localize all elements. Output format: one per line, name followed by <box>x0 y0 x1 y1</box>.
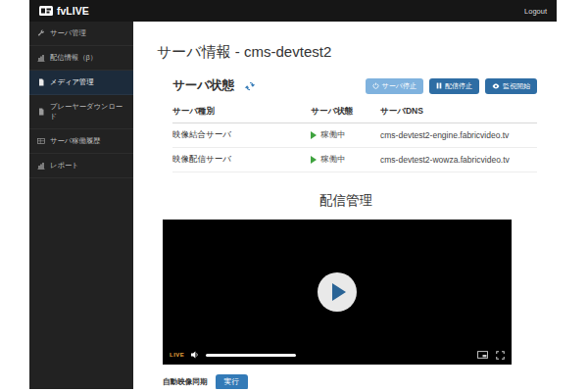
play-icon <box>332 283 346 301</box>
refresh-icon <box>244 80 256 92</box>
brand-name: fvLIVE <box>57 5 89 17</box>
play-button[interactable] <box>318 272 357 312</box>
logout-link[interactable]: Logout <box>524 7 547 16</box>
server-status-table: サーバ種別 サーバ状態 サーバDNS 映像結合サーバ 稼働中 <box>172 102 537 172</box>
server-status-section: サーバ状態 サーバ停止 <box>172 77 537 172</box>
sidebar-item-player-download[interactable]: プレーヤーダウンロード <box>29 95 133 129</box>
volume-slider[interactable] <box>206 354 296 357</box>
button-label: 配信停止 <box>445 81 472 91</box>
column-header-server-state: サーバ状態 <box>311 102 380 123</box>
table-icon <box>37 137 45 145</box>
button-label: サーバ停止 <box>382 81 416 91</box>
delivery-management-heading: 配信管理 <box>157 192 535 210</box>
table-row: 映像結合サーバ 稼働中 cms-devtest2-engine.fabricvi… <box>172 123 537 148</box>
brand-logo-icon <box>39 6 53 16</box>
sidebar-item-label: プレーヤーダウンロード <box>50 102 125 122</box>
server-dns-cell: cms-devtest2-wowza.fabricvideo.tv <box>380 148 537 172</box>
app-window: fvLIVE Logout サーバ管理 配信情報（β） <box>29 0 557 389</box>
column-header-server-dns: サーバDNS <box>380 102 537 123</box>
running-play-icon <box>311 131 317 139</box>
monitoring-start-button[interactable]: 監視開始 <box>485 78 537 94</box>
eye-icon <box>492 83 500 89</box>
status-badge: 稼働中 <box>311 154 380 166</box>
auto-sync-execute-button[interactable]: 実行 <box>216 374 248 389</box>
sidebar-item-label: サーバ稼働履歴 <box>50 136 100 146</box>
running-play-icon <box>311 156 317 164</box>
file-download-icon <box>37 108 45 116</box>
sidebar-item-label: 配信情報（β） <box>50 53 97 63</box>
file-icon <box>37 78 45 86</box>
server-type-cell: 映像結合サーバ <box>172 123 311 148</box>
refresh-button[interactable] <box>244 80 256 92</box>
auto-sync-label: 自動映像同期 <box>163 377 208 387</box>
chart-icon <box>37 162 45 170</box>
column-header-server-type: サーバ種別 <box>172 102 311 123</box>
sidebar-item-label: レポート <box>50 161 79 171</box>
brand: fvLIVE <box>39 5 89 17</box>
power-icon <box>372 82 379 89</box>
server-dns-cell: cms-devtest2-engine.fabricvideo.tv <box>380 123 537 148</box>
status-text: 稼働中 <box>320 129 346 141</box>
server-stop-button[interactable]: サーバ停止 <box>366 78 423 94</box>
top-navbar: fvLIVE Logout <box>29 0 557 22</box>
server-type-cell: 映像配信サーバ <box>172 148 311 172</box>
fullscreen-icon[interactable] <box>496 351 505 360</box>
video-player: LIVE <box>163 220 512 365</box>
table-row: 映像配信サーバ 稼働中 cms-devtest2-wowza.fabricvid… <box>172 148 537 172</box>
main-content: サーバ情報 - cms-devtest2 サーバ状態 <box>133 22 557 389</box>
sidebar-item-label: サーバ管理 <box>50 28 86 38</box>
chart-icon <box>37 54 45 62</box>
auto-sync-row: 自動映像同期 実行 <box>163 374 535 389</box>
delivery-stop-button[interactable]: 配信停止 <box>429 78 479 94</box>
wrench-icon <box>37 29 45 37</box>
status-text: 稼働中 <box>320 154 346 166</box>
sidebar-item-report[interactable]: レポート <box>29 154 133 178</box>
picture-in-picture-icon[interactable] <box>477 351 488 359</box>
sidebar-item-media-management[interactable]: メディア管理 <box>29 71 133 95</box>
live-indicator: LIVE <box>170 352 184 358</box>
volume-icon[interactable] <box>191 351 199 359</box>
status-badge: 稼働中 <box>311 129 380 141</box>
sidebar-item-label: メディア管理 <box>50 77 93 87</box>
pause-icon <box>436 82 442 89</box>
button-label: 監視開始 <box>503 81 530 91</box>
server-status-heading: サーバ状態 <box>172 77 234 94</box>
sidebar: サーバ管理 配信情報（β） メディア管理 プレーヤーダウンロード <box>29 22 133 389</box>
sidebar-item-delivery-info[interactable]: 配信情報（β） <box>29 46 133 71</box>
sidebar-item-server-management[interactable]: サーバ管理 <box>29 22 133 46</box>
page-title: サーバ情報 - cms-devtest2 <box>157 43 535 62</box>
player-control-bar: LIVE <box>163 348 512 362</box>
screen: fvLIVE Logout サーバ管理 配信情報（β） <box>0 0 588 392</box>
sidebar-item-server-history[interactable]: サーバ稼働履歴 <box>29 129 133 154</box>
